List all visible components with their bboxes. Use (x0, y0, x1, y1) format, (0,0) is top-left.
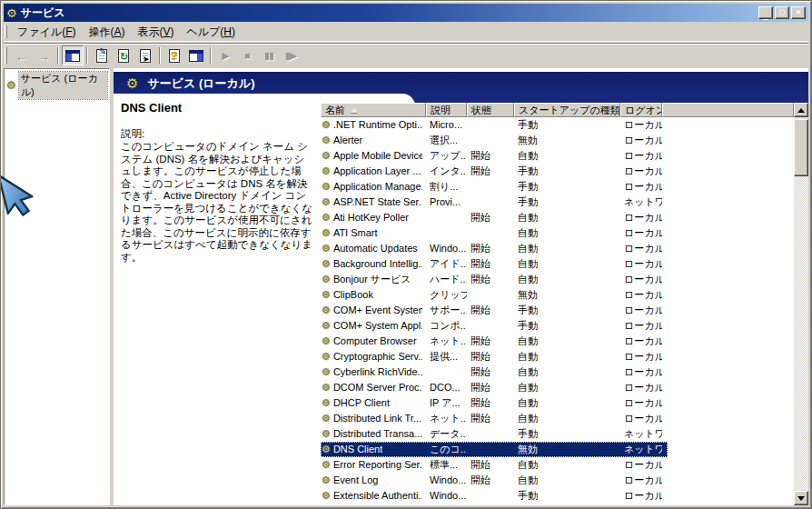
back-icon[interactable]: ← (11, 45, 33, 65)
services-window: ⚙ サービス _ □ × ファイル(F) 操作(A) 表示(V) ヘルプ(H) … (0, 0, 812, 509)
pause-service-icon[interactable]: ▮▮ (258, 45, 280, 65)
service-row[interactable]: ⚙Event Log Windo... 開始 自動 ローカル ... (321, 473, 794, 488)
column-header-name[interactable]: 名前 (321, 103, 426, 117)
service-startup-type: 手動 (514, 504, 620, 505)
service-logon-as: ローカル ... (620, 273, 662, 286)
service-startup-type: 無効 (514, 443, 620, 456)
show-extended-pane-icon[interactable] (185, 45, 207, 65)
service-gear-icon: ⚙ (322, 427, 331, 441)
column-header-status[interactable]: 状態 (467, 103, 514, 117)
service-startup-type: 手動 (514, 427, 620, 441)
tree-item-services-local[interactable]: ⚙ サービス (ローカル) (6, 72, 107, 99)
service-row[interactable]: ⚙Extensible Authenti... Windo... 手動 ローカル… (321, 488, 794, 504)
column-header-logon[interactable]: ログオン (620, 103, 662, 117)
service-startup-type: 自動 (514, 334, 620, 348)
service-gear-icon: ⚙ (322, 489, 331, 503)
forward-icon[interactable]: → (33, 45, 54, 65)
service-row[interactable]: ⚙Cyberlink RichVide... 開始 自動 ローカル ... (321, 364, 794, 380)
menu-help[interactable]: ヘルプ(H) (181, 22, 243, 43)
service-row[interactable]: ⚙Application Layer ... インタ... 開始 手動 ローカル… (321, 164, 794, 179)
service-logon-as: ローカル ... (620, 319, 662, 333)
service-row[interactable]: ⚙Background Intellig... アイド... 開始 自動 ローカ… (321, 256, 794, 272)
scroll-up-icon[interactable] (794, 103, 808, 117)
service-startup-type: 手動 (514, 118, 620, 132)
service-gear-icon: ⚙ (322, 474, 331, 487)
service-startup-type: 手動 (514, 489, 620, 503)
service-row[interactable]: ⚙.NET Runtime Opti... Micro... 手動 ローカル .… (321, 117, 794, 133)
service-row[interactable]: ⚙Distributed Link Tr... ネット... 開始 自動 ローカ… (321, 411, 794, 426)
service-row[interactable]: ⚙ClipBook クリップ... 無効 ローカル ... (321, 287, 794, 303)
maximize-button[interactable]: □ (775, 6, 789, 19)
service-row[interactable]: ⚙Automatic Updates Windo... 開始 自動 ローカル .… (321, 241, 794, 256)
service-logon-as: ローカル ... (620, 304, 662, 317)
service-row[interactable]: ⚙ATI Smart 自動 ローカル ... (321, 225, 794, 241)
service-row[interactable]: ⚙Error Reporting Ser... 標準... 開始 自動 ローカル… (321, 457, 794, 473)
service-gear-icon: ⚙ (322, 242, 331, 255)
title-bar[interactable]: ⚙ サービス _ □ × (4, 4, 808, 22)
toolbar-grip[interactable] (5, 47, 7, 64)
properties-icon[interactable]: ✎ (91, 45, 113, 65)
service-status (467, 180, 514, 194)
scroll-down-icon[interactable] (794, 491, 808, 505)
tree-item-label: サービス (ローカル) (19, 72, 107, 99)
service-row[interactable]: ⚙ASP.NET State Ser... Provi... 手動 ネットワ..… (321, 195, 794, 210)
service-status: 開始 (467, 257, 514, 271)
service-description: ハード... (426, 273, 467, 286)
restart-service-icon[interactable]: ▮▶ (280, 45, 302, 65)
service-gear-icon: ⚙ (322, 319, 331, 333)
service-row[interactable]: ⚙Distributed Transa... データ... 手動 ネットワ... (321, 426, 794, 442)
refresh-icon[interactable]: ↻ (113, 45, 134, 65)
service-startup-type: 自動 (514, 273, 620, 286)
service-startup-type: 自動 (514, 365, 620, 379)
service-row[interactable]: ⚙Ati HotKey Poller 開始 自動 ローカル ... (321, 210, 794, 225)
service-logon-as: ローカル ... (620, 118, 662, 132)
service-logon-as: ローカル ... (620, 381, 662, 394)
menubar-grip[interactable] (5, 25, 7, 38)
service-status (467, 427, 514, 441)
column-header-description[interactable]: 説明 (426, 103, 467, 117)
service-row[interactable]: ⚙DHCP Client IP ア... 開始 自動 ローカル ... (321, 395, 794, 411)
menu-file[interactable]: ファイル(F) (11, 22, 82, 43)
service-row[interactable]: ⚙DCOM Server Proc... DCO... 開始 自動 ローカル .… (321, 380, 794, 395)
menu-action[interactable]: 操作(A) (82, 22, 131, 43)
services-node-icon: ⚙ (6, 79, 16, 92)
service-logon-as: ローカル ... (620, 288, 662, 302)
scrollbar-thumb[interactable] (794, 119, 808, 176)
vertical-scrollbar[interactable] (794, 103, 808, 505)
service-row[interactable]: ⚙Fast User Switchi... 複数... 開始 手動 ローカル .… (321, 504, 794, 505)
service-gear-icon: ⚙ (322, 350, 331, 364)
service-startup-type: 手動 (514, 195, 620, 209)
show-console-tree-icon[interactable] (62, 45, 84, 65)
service-row[interactable]: ⚙Application Manage... 割り... 手動 ローカル ... (321, 179, 794, 195)
service-status: 開始 (467, 412, 514, 425)
menu-view[interactable]: 表示(V) (131, 22, 180, 43)
service-row[interactable]: ⚙Apple Mobile Device アップ... 開始 自動 ローカル .… (321, 148, 794, 164)
service-row[interactable]: ⚙Cryptographic Serv... 提供... 開始 自動 ローカル … (321, 349, 794, 364)
service-logon-as: ローカル ... (620, 396, 662, 410)
service-gear-icon: ⚙ (322, 195, 331, 209)
export-list-icon[interactable]: ➤ (134, 45, 156, 65)
service-row[interactable]: ⚙Alerter 選択... 無効 ローカル ... (321, 133, 794, 148)
service-startup-type: 自動 (514, 474, 620, 487)
service-logon-as: ローカル ... (620, 474, 662, 487)
column-header-startup-type[interactable]: スタートアップの種類 (514, 103, 620, 117)
service-status: 開始 (467, 365, 514, 379)
service-gear-icon: ⚙ (322, 504, 331, 505)
service-name: Fast User Switchi... (333, 504, 420, 505)
service-logon-as: ローカル ... (620, 180, 662, 194)
close-button[interactable]: × (791, 6, 806, 19)
start-service-icon[interactable]: ▶ (214, 45, 236, 65)
service-row[interactable]: ⚙Computer Browser ネット... 開始 自動 ローカル ... (321, 334, 794, 349)
service-row[interactable]: ⚙Bonjour サービス ハード... 開始 自動 ローカル ... (321, 272, 794, 287)
service-description: Provi... (426, 195, 467, 209)
service-description: DCO... (426, 381, 467, 394)
service-row[interactable]: ⚙COM+ Event System サポー... 開始 手動 ローカル ... (321, 303, 794, 318)
service-row[interactable]: ⚙COM+ System Appl... コンポ... 手動 ローカル ... (321, 318, 794, 334)
service-row[interactable]: ⚙DNS Client このコ... 無効 ネットワ... (321, 442, 794, 457)
service-description: 標準... (426, 458, 467, 472)
minimize-button[interactable]: _ (758, 6, 773, 19)
help-icon[interactable]: ? (163, 45, 185, 65)
service-gear-icon: ⚙ (322, 412, 331, 425)
service-gear-icon: ⚙ (322, 381, 331, 394)
stop-service-icon[interactable]: ■ (236, 45, 258, 65)
